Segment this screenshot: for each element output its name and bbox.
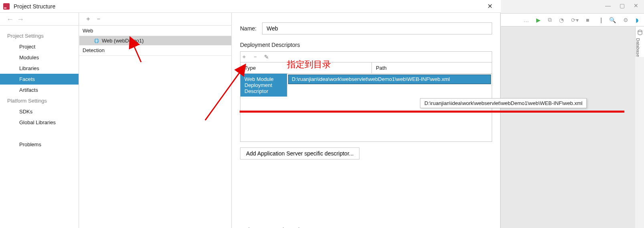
add-facet-icon[interactable]: ＋ xyxy=(85,15,91,23)
main-toolbar: … ▶ ⧉ ◔ ⟳▾ ■ | 🔍 ⚙ ◗ xyxy=(501,13,644,26)
name-label: Name: xyxy=(240,25,256,32)
dd-header: Deployment Descriptors xyxy=(240,42,492,48)
back-icon[interactable]: ← xyxy=(6,16,14,23)
database-icon xyxy=(637,30,643,35)
web-facet-icon xyxy=(94,38,99,44)
debug-icon[interactable]: ⧉ xyxy=(548,16,552,23)
svg-point-0 xyxy=(638,30,642,32)
dd-edit-icon[interactable]: ✎ xyxy=(264,54,269,60)
dd-row-type: Web Module Deployment Descriptor xyxy=(240,74,287,97)
sidebar-item-facets[interactable]: Facets xyxy=(0,74,79,85)
sidebar-cat-platform: Platform Settings xyxy=(0,95,79,106)
tree-node-web[interactable]: Web xyxy=(79,26,231,36)
sidebar-item-artifacts[interactable]: Artifacts xyxy=(0,85,79,95)
add-server-descriptor-button[interactable]: Add Application Server specific descript… xyxy=(240,147,359,159)
annotation-underline xyxy=(240,111,624,113)
facet-details: Name: Deployment Descriptors ＋ － ✎ Type … xyxy=(232,13,501,228)
sidebar-item-libraries[interactable]: Libraries xyxy=(0,63,79,74)
search-icon[interactable]: 🔍 xyxy=(609,17,616,23)
main-window-controls: — ▢ ✕ xyxy=(501,0,644,11)
dd-col-path: Path xyxy=(372,63,492,73)
minimize-icon[interactable]: — xyxy=(605,2,611,9)
sidebar-item-modules[interactable]: Modules xyxy=(0,52,79,63)
sidebar-cat-project: Project Settings xyxy=(0,30,79,41)
settings-sidebar: Project Settings Project Modules Librari… xyxy=(0,26,79,228)
ellipsis-icon[interactable]: … xyxy=(523,17,529,23)
dd-remove-icon[interactable]: － xyxy=(252,53,258,61)
name-input[interactable] xyxy=(262,22,492,34)
nav-back-forward: ← → xyxy=(0,13,79,26)
facets-toolbar: ＋ － xyxy=(79,13,232,26)
database-tab-label: Database xyxy=(636,38,640,57)
forward-icon[interactable]: → xyxy=(17,16,24,23)
jetbrains-icon[interactable]: ◗ xyxy=(636,17,638,23)
maximize-icon[interactable]: ▢ xyxy=(620,2,625,9)
path-tooltip: D:\ruanjian\idea\work\webservlet\webDemo… xyxy=(420,98,587,108)
run-icon[interactable]: ▶ xyxy=(536,17,541,23)
dialog-titlebar: Project Structure ✕ xyxy=(0,0,501,13)
dialog-title: Project Structure xyxy=(14,3,482,10)
stop-icon[interactable]: ■ xyxy=(586,17,589,23)
sidebar-item-problems[interactable]: Problems xyxy=(0,139,79,150)
profiler-icon[interactable]: ⟳▾ xyxy=(571,17,579,23)
dd-row-path[interactable]: D:\ruanjian\idea\work\webservlet\webDemo… xyxy=(288,75,491,84)
editor-gray-area xyxy=(501,26,635,228)
database-tool-tab[interactable]: Database xyxy=(635,26,644,57)
tree-node-web-child-label: Web (webDemo1) xyxy=(102,38,144,44)
remove-facet-icon[interactable]: － xyxy=(95,15,102,23)
dd-add-icon[interactable]: ＋ xyxy=(241,53,247,61)
dd-row[interactable]: Web Module Deployment Descriptor D:\ruan… xyxy=(240,74,492,97)
intellij-icon xyxy=(3,3,10,10)
close-main-icon[interactable]: ✕ xyxy=(634,2,638,9)
dd-toolbar: ＋ － ✎ xyxy=(240,51,492,62)
svg-rect-1 xyxy=(3,3,10,10)
coverage-icon[interactable]: ◔ xyxy=(559,17,564,23)
svg-rect-2 xyxy=(4,8,6,8)
sidebar-item-project[interactable]: Project xyxy=(0,41,79,52)
tree-node-web-child[interactable]: Web (webDemo1) xyxy=(79,36,231,45)
annotation-text: 指定到目录 xyxy=(287,59,331,71)
settings-icon[interactable]: ⚙ xyxy=(623,17,628,23)
sidebar-item-sdks[interactable]: SDKs xyxy=(0,106,79,117)
tree-node-detection[interactable]: Detection xyxy=(79,45,231,56)
close-icon[interactable]: ✕ xyxy=(482,2,498,10)
sidebar-item-global-libs[interactable]: Global Libraries xyxy=(0,117,79,128)
facets-tree: Web Web (webDemo1) Detection xyxy=(79,26,232,228)
